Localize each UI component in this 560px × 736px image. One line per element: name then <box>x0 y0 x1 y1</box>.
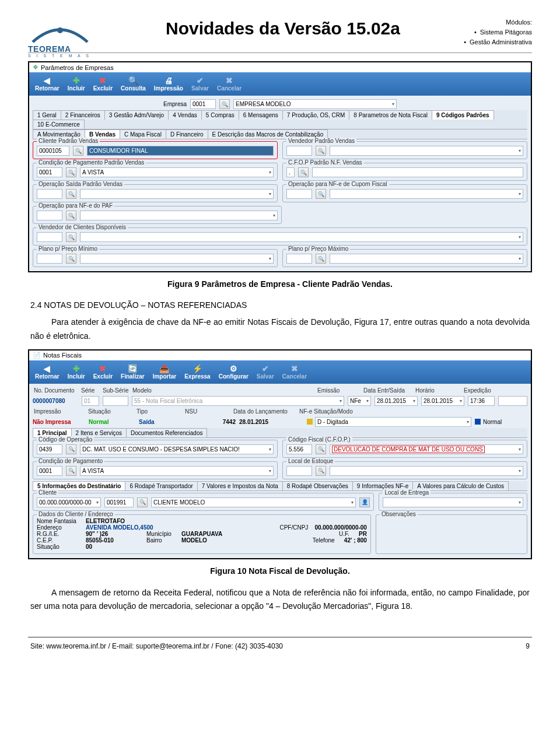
nfe-sit-select[interactable]: D - Digitada <box>315 417 471 427</box>
cliente-name-select[interactable]: CONSUMIDOR FINAL <box>87 146 274 156</box>
plus-icon: ✚ <box>73 76 80 85</box>
subserie-input[interactable] <box>103 396 128 406</box>
tab-producao[interactable]: 7 Produção, OS, CRM <box>282 110 349 120</box>
lookup-button[interactable]: 🔍 <box>66 254 76 264</box>
plano-max-select[interactable] <box>330 254 523 264</box>
back-icon: ◀ <box>44 365 50 373</box>
tab-valores-imp[interactable]: 7 Valores e Impostos da Nota <box>197 481 283 490</box>
footer-divider <box>28 637 532 637</box>
exped-input[interactable] <box>498 396 527 406</box>
hdr-nfe-sit: NF-e Situação/Modo <box>299 408 526 415</box>
condpag-code-input[interactable]: 0001 <box>37 167 62 177</box>
lookup-button[interactable]: 🔍 <box>316 189 326 199</box>
bairro-label: Bairro <box>146 537 179 544</box>
tab-param-nf[interactable]: 8 Parametros de Nota Fiscal <box>349 110 432 120</box>
opnfe-cupom-select[interactable] <box>330 189 523 199</box>
uf-label: U.F. <box>339 531 356 537</box>
codop-select[interactable]: DC. MAT. USO E CONSUMO - DESPESA SIMPLES… <box>80 444 274 454</box>
serie-input[interactable]: 01 <box>82 396 99 406</box>
lookup-button[interactable]: 🔍 <box>219 99 230 109</box>
lookup-button[interactable]: 🔍 <box>137 497 148 507</box>
lookup-button[interactable]: 🔍 <box>316 146 326 156</box>
incluir-button[interactable]: ✚Incluir <box>64 74 89 94</box>
lookup-button[interactable]: 🔍 <box>316 466 326 476</box>
condpag-select[interactable]: A VISTA <box>80 466 274 476</box>
opsaida-code-input[interactable] <box>37 189 62 199</box>
impressao-button[interactable]: 🖨Impressão <box>150 74 187 94</box>
tab-vendas[interactable]: 4 Vendas <box>168 110 202 120</box>
tab-mapa[interactable]: C Mapa Fiscal <box>120 129 166 139</box>
lookup-button[interactable]: 🔍 <box>66 466 76 476</box>
condpag-select[interactable]: A VISTA <box>80 167 274 177</box>
lookup-button[interactable]: 🔍 <box>298 167 309 177</box>
cfop-desc-input[interactable] <box>312 167 523 177</box>
window-titlebar: 📄 Notas Fiscais <box>29 351 531 360</box>
data-es-input[interactable]: 28.01.2015 <box>421 396 464 406</box>
condpag-code-input[interactable]: 0001 <box>37 466 62 476</box>
tab-geral[interactable]: 1 Geral <box>33 110 61 120</box>
opsaida-select[interactable] <box>80 189 274 199</box>
excluir-button[interactable]: ✖Excluir <box>90 74 116 94</box>
vend-disp-select[interactable] <box>80 232 523 242</box>
lookup-button[interactable]: 🔍 <box>316 254 326 264</box>
cfop-code-input[interactable]: 5.556 <box>286 444 312 454</box>
empresa-name-select[interactable]: EMPRESA MODELO <box>233 99 397 109</box>
tab-gestao[interactable]: 3 Gestão Adm/Varejo <box>104 110 169 120</box>
hdr-impressao: Impressão <box>34 408 86 415</box>
x-icon: ✖ <box>99 365 106 373</box>
tab-financeiro[interactable]: D Financeiro <box>166 129 208 139</box>
cliente-code-input[interactable]: 001991 <box>104 497 134 507</box>
expressa-button[interactable]: ⚡Expressa <box>181 362 214 382</box>
emissao-tipo-select[interactable]: NFe <box>348 396 371 406</box>
empresa-code-input[interactable]: 0001 <box>190 99 216 109</box>
lookup-button[interactable]: 🔍 <box>66 444 76 454</box>
tab-financeiros[interactable]: 2 Financeiros <box>61 110 105 120</box>
tab-doc-ref[interactable]: Documentos Referenciados <box>126 428 207 437</box>
client-detail-button[interactable]: 👤 <box>359 497 370 507</box>
tab-rodape-transp[interactable]: 6 Rodapé Transportador <box>125 481 197 490</box>
opnfe-paf-select[interactable] <box>80 211 278 220</box>
status-indicator-icon <box>475 419 481 425</box>
cfop-select[interactable]: DEVOLUCAO DE COMPRA DE MAT DE USO OU CON… <box>330 444 523 454</box>
finalizar-button[interactable]: 🔄Finalizar <box>117 362 148 382</box>
lookup-button[interactable]: 🔍 <box>73 146 83 156</box>
retornar-button[interactable]: ◀Retornar <box>32 362 63 382</box>
local-entrega-select[interactable] <box>383 497 523 507</box>
cliente-name-select[interactable]: CLIENTE MODELO <box>151 497 356 507</box>
codop-code-input[interactable]: 0439 <box>37 444 62 454</box>
modelo-select[interactable]: 55 - Nota Fiscal Eletrônica <box>132 396 344 406</box>
opnfe-cupom-code-input[interactable] <box>286 189 312 199</box>
opnfe-paf-code-input[interactable] <box>37 211 62 220</box>
plano-max-code-input[interactable] <box>286 254 312 264</box>
emissao-data-input[interactable]: 28.01.2015 <box>374 396 418 406</box>
retornar-button[interactable]: ◀Retornar <box>32 74 63 94</box>
cfop-input[interactable]: . <box>286 167 295 177</box>
cliente-code-input[interactable]: 0000105 <box>37 146 69 156</box>
lookup-button[interactable]: 🔍 <box>66 167 76 177</box>
incluir-button[interactable]: ✚Incluir <box>64 362 89 382</box>
excluir-button[interactable]: ✖Excluir <box>90 362 116 382</box>
vendedor-code-input[interactable] <box>286 146 312 156</box>
vend-disp-code-input[interactable] <box>37 232 62 242</box>
tab-ecommerce[interactable]: 10 E-Commerce <box>33 120 85 129</box>
tab-codigos-padroes[interactable]: 9 Códigos Padrões <box>432 110 494 120</box>
lookup-button[interactable]: 🔍 <box>316 444 326 454</box>
horario-input[interactable]: 17:36 <box>468 396 495 406</box>
importar-button[interactable]: 📥Importar <box>149 362 180 382</box>
lookup-button[interactable]: 🔍 <box>66 211 76 220</box>
cliente-cpf-input[interactable]: 00.000.000/0000-00 <box>37 497 101 507</box>
tab-mensagens[interactable]: 6 Mensagens <box>239 110 283 120</box>
lookup-button[interactable]: 🔍 <box>66 232 76 242</box>
vendedor-select[interactable] <box>330 146 523 156</box>
nome-fantasia-label: Nome Fantasia <box>37 518 83 524</box>
local-select[interactable] <box>330 466 523 476</box>
plano-min-code-input[interactable] <box>37 254 62 264</box>
tab-rodape-obs[interactable]: 8 Rodapé Observações <box>282 481 353 490</box>
local-code-input[interactable] <box>286 466 312 476</box>
fieldset-local-estoque: Local de Estoque 🔍 <box>282 461 527 479</box>
configurar-button[interactable]: ⚙Configurar <box>215 362 252 382</box>
plano-min-select[interactable] <box>80 254 274 264</box>
consulta-button[interactable]: 🔍Consulta <box>117 74 149 94</box>
lookup-button[interactable]: 🔍 <box>66 189 76 199</box>
tab-compras[interactable]: 5 Compras <box>201 110 239 120</box>
